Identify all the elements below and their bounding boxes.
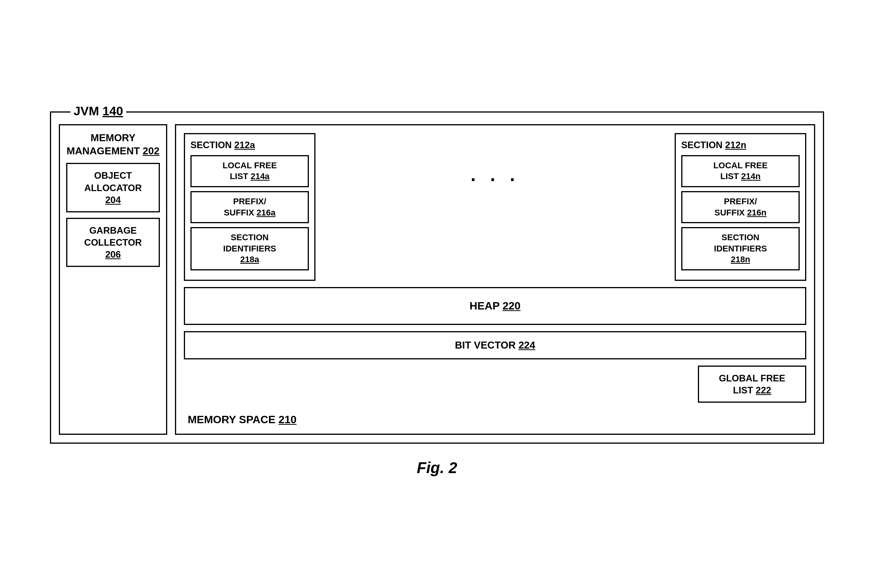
heap-box: HEAP 220 (184, 287, 806, 325)
section-n-title: SECTION 212n (681, 140, 800, 150)
fig-caption: Fig. 2 (417, 459, 457, 477)
section-a-title: SECTION 212a (190, 140, 309, 150)
prefix-suffix-a-box: PREFIX/SUFFIX 216a (190, 191, 309, 223)
section-identifiers-n-box: SECTIONIDENTIFIERS218n (681, 227, 800, 270)
jvm-title: JVM 140 (70, 104, 126, 118)
memory-management-title: MEMORYMANAGEMENT 202 (66, 132, 160, 158)
garbage-collector-box: GARBAGECOLLECTOR206 (66, 218, 160, 267)
memory-space-label: MEMORY SPACE 210 (188, 414, 296, 426)
prefix-suffix-n-box: PREFIX/SUFFIX 216n (681, 191, 800, 223)
jvm-inner: MEMORYMANAGEMENT 202 OBJECTALLOCATOR204 … (59, 124, 815, 435)
sections-row: SECTION 212a LOCAL FREELIST 214a PREFIX/… (184, 133, 806, 281)
diagram-container: JVM 140 MEMORYMANAGEMENT 202 OBJECTALLOC… (31, 111, 843, 477)
memory-space-box: SECTION 212a LOCAL FREELIST 214a PREFIX/… (175, 124, 815, 435)
section-n-box: SECTION 212n LOCAL FREELIST 214n PREFIX/… (675, 133, 806, 281)
jvm-box: JVM 140 MEMORYMANAGEMENT 202 OBJECTALLOC… (50, 111, 824, 444)
section-a-box: SECTION 212a LOCAL FREELIST 214a PREFIX/… (184, 133, 315, 281)
dots-separator: . . . (315, 133, 675, 185)
global-free-list-box: GLOBAL FREELIST 222 (698, 366, 806, 403)
object-allocator-box: OBJECTALLOCATOR204 (66, 163, 160, 212)
local-free-list-n-box: LOCAL FREELIST 214n (681, 155, 800, 187)
memory-management-box: MEMORYMANAGEMENT 202 OBJECTALLOCATOR204 … (59, 124, 167, 435)
bit-vector-box: BIT VECTOR 224 (184, 331, 806, 359)
section-identifiers-a-box: SECTIONIDENTIFIERS218a (190, 227, 309, 270)
local-free-list-a-box: LOCAL FREELIST 214a (190, 155, 309, 187)
